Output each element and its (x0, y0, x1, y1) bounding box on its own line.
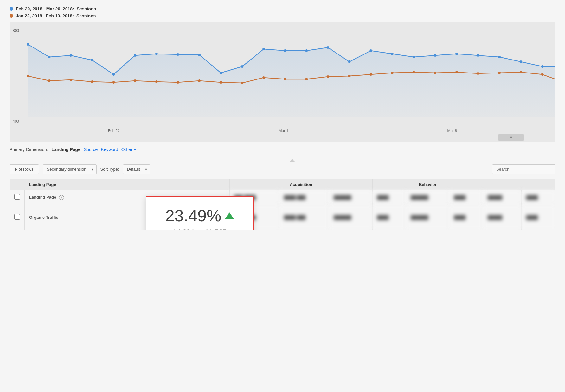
svg-point-1 (27, 43, 29, 46)
beh-cell-1: ████ (372, 190, 406, 205)
x-label-feb22: Feb 22 (108, 129, 120, 133)
row-checkbox[interactable] (14, 194, 20, 200)
svg-point-27 (48, 79, 51, 82)
svg-point-25 (541, 65, 544, 68)
chart-legend: Feb 20, 2018 - Mar 20, 2018: Sessions Ja… (10, 6, 555, 18)
sort-type-label: Sort Type: (100, 167, 119, 172)
table-row: Landing Page ? ███ ████ ████ ███ ██████ … (10, 190, 555, 205)
svg-point-11 (241, 65, 244, 68)
acq2-cell-3: ██████ (329, 205, 372, 230)
other-label: Other (121, 147, 132, 152)
svg-point-31 (134, 79, 136, 82)
secondary-dimension-select[interactable]: Secondary dimension (43, 164, 97, 174)
dimension-indicator (290, 159, 295, 162)
svg-point-43 (391, 72, 394, 74)
legend-dot-blue (10, 7, 13, 11)
beh2-cell-3: ████ (449, 205, 483, 230)
svg-point-42 (369, 73, 372, 76)
svg-point-13 (284, 49, 286, 52)
row-checkbox-cell[interactable] (10, 190, 25, 205)
svg-point-46 (455, 71, 458, 73)
svg-point-17 (369, 49, 372, 52)
tooltip-overlay: 23.49% 14,284 vs 11,567 (146, 196, 254, 230)
chart-svg (10, 25, 555, 133)
legend-label-period1: Feb 20, 2018 - Mar 20, 2018: (16, 6, 74, 11)
table-header-acquisition: Acquisition (230, 179, 372, 190)
svg-point-15 (327, 46, 329, 49)
acq-cell-3: ██████ (329, 190, 372, 205)
data-table: Landing Page Acquisition Behavior Landin… (10, 179, 555, 230)
row2-checkbox[interactable] (14, 214, 20, 220)
svg-point-48 (498, 72, 501, 74)
svg-point-2 (48, 56, 51, 58)
svg-point-36 (241, 82, 244, 84)
up-arrow-icon (225, 212, 234, 219)
x-label-mar8: Mar 8 (447, 129, 457, 133)
extra2-cell-1: █████ (483, 205, 521, 230)
svg-point-23 (498, 56, 501, 58)
svg-point-28 (69, 79, 72, 81)
legend-series-period1: Sessions (77, 6, 96, 11)
table-header-behavior: Behavior (372, 179, 483, 190)
primary-dimension-keyword[interactable]: Keyword (101, 147, 118, 152)
other-chevron-icon (133, 149, 137, 150)
help-icon[interactable]: ? (59, 195, 64, 200)
chart-x-labels: Feb 22 Mar 1 Mar 8 (10, 129, 555, 133)
svg-point-39 (305, 78, 308, 80)
table-header-checkbox (10, 179, 25, 190)
svg-point-14 (305, 49, 308, 52)
primary-dimension-bar: Primary Dimension: Landing Page Source K… (10, 142, 555, 155)
svg-point-22 (477, 54, 479, 57)
svg-point-6 (134, 54, 136, 57)
svg-point-40 (327, 75, 329, 78)
svg-point-3 (69, 54, 72, 57)
acq2-cell-2: ████ ███ (279, 205, 329, 230)
svg-point-9 (198, 54, 201, 56)
table-row: Organic Traffic ███ ████ ████ ███ ██████… (10, 205, 555, 230)
chevron-down-icon: ▾ (510, 135, 512, 140)
svg-point-29 (91, 80, 93, 83)
acq-cell-2: ████ ███ (279, 190, 329, 205)
svg-point-35 (220, 81, 222, 84)
secondary-dimension-wrapper[interactable]: Secondary dimension (43, 164, 97, 174)
svg-point-5 (112, 73, 115, 76)
svg-point-21 (455, 53, 458, 55)
legend-dot-orange (10, 14, 13, 18)
legend-item-period1: Feb 20, 2018 - Mar 20, 2018: Sessions (10, 6, 555, 11)
legend-item-period2: Jan 22, 2018 - Feb 19, 2018: Sessions (10, 13, 555, 18)
chart-scrollbar[interactable]: ▾ (498, 134, 524, 141)
row2-checkbox-cell[interactable] (10, 205, 25, 230)
sort-type-wrapper[interactable]: Default (123, 164, 150, 174)
extra2-cell-2: ████ (522, 205, 555, 230)
primary-dimension-source[interactable]: Source (84, 147, 98, 152)
beh-cell-3: ████ (449, 190, 483, 205)
svg-point-41 (348, 75, 351, 77)
svg-point-34 (198, 79, 201, 82)
search-input[interactable] (492, 164, 555, 174)
tooltip-percentage-container: 23.49% (159, 206, 240, 225)
svg-point-26 (27, 75, 29, 77)
x-label-mar1: Mar 1 (279, 129, 288, 133)
chart-area: 800 400 (10, 22, 555, 142)
svg-point-4 (91, 59, 93, 61)
svg-point-45 (434, 72, 436, 74)
svg-point-19 (413, 56, 415, 58)
svg-point-44 (413, 71, 415, 73)
extra-cell-2: ████ (522, 190, 555, 205)
beh-cell-2: ██████ (406, 190, 449, 205)
legend-series-period2: Sessions (76, 13, 96, 18)
tooltip-values: 14,284 vs 11,567 (159, 228, 240, 230)
primary-dimension-other[interactable]: Other (121, 147, 137, 152)
svg-point-49 (520, 71, 522, 73)
organic-traffic-text: Organic Traffic (29, 215, 58, 220)
extra-cell-1: █████ (483, 190, 521, 205)
plot-rows-button[interactable]: Plot Rows (10, 164, 39, 174)
tooltip-percentage-value: 23.49% (165, 206, 221, 225)
svg-point-24 (520, 60, 522, 63)
svg-point-33 (177, 81, 179, 84)
legend-label-period2: Jan 22, 2018 - Feb 19, 2018: (16, 13, 74, 18)
svg-point-7 (155, 53, 158, 55)
sort-type-select[interactable]: Default (123, 164, 150, 174)
beh2-cell-1: ████ (372, 205, 406, 230)
table-header-landing-page: Landing Page (25, 179, 230, 190)
